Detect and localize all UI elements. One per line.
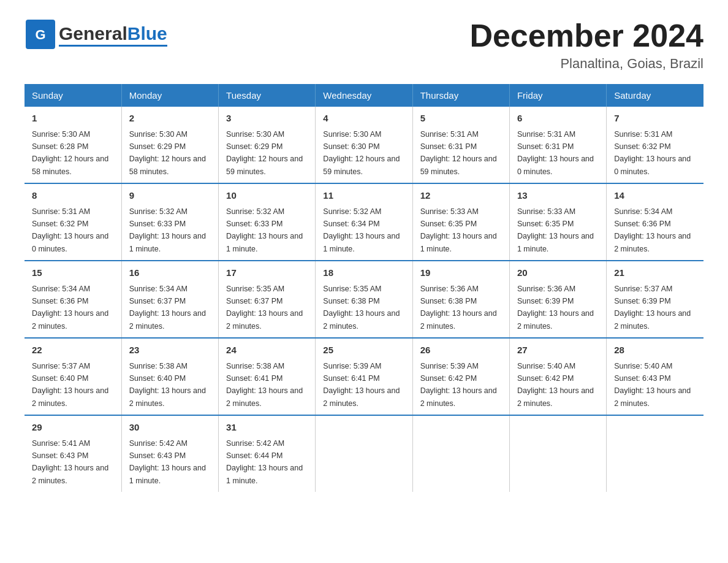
calendar-table: SundayMondayTuesdayWednesdayThursdayFrid…	[25, 84, 703, 492]
day-number: 4	[323, 112, 404, 126]
weekday-header: Saturday	[607, 84, 703, 107]
day-number: 23	[129, 343, 211, 358]
day-info: Sunrise: 5:34 AMSunset: 6:37 PMDaylight:…	[129, 285, 206, 331]
day-number: 16	[129, 266, 211, 280]
day-info: Sunrise: 5:38 AMSunset: 6:41 PMDaylight:…	[226, 362, 303, 408]
day-number: 29	[32, 421, 114, 435]
day-info: Sunrise: 5:33 AMSunset: 6:35 PMDaylight:…	[517, 207, 594, 253]
day-number: 6	[517, 112, 599, 126]
calendar-cell: 27Sunrise: 5:40 AMSunset: 6:42 PMDayligh…	[509, 338, 606, 415]
day-info: Sunrise: 5:40 AMSunset: 6:43 PMDaylight:…	[614, 362, 691, 408]
day-info: Sunrise: 5:42 AMSunset: 6:43 PMDaylight:…	[129, 439, 206, 485]
day-info: Sunrise: 5:35 AMSunset: 6:37 PMDaylight:…	[226, 285, 303, 331]
day-info: Sunrise: 5:39 AMSunset: 6:41 PMDaylight:…	[323, 362, 400, 408]
day-info: Sunrise: 5:37 AMSunset: 6:39 PMDaylight:…	[614, 285, 691, 331]
day-number: 18	[323, 266, 404, 280]
day-info: Sunrise: 5:38 AMSunset: 6:40 PMDaylight:…	[129, 362, 206, 408]
calendar-cell: 9Sunrise: 5:32 AMSunset: 6:33 PMDaylight…	[121, 183, 218, 261]
day-info: Sunrise: 5:31 AMSunset: 6:32 PMDaylight:…	[32, 207, 108, 253]
logo-text: GeneralBlue	[59, 25, 167, 43]
day-number: 1	[32, 112, 114, 126]
day-number: 31	[226, 421, 308, 435]
calendar-cell	[509, 415, 606, 492]
calendar-cell: 12Sunrise: 5:33 AMSunset: 6:35 PMDayligh…	[412, 183, 509, 261]
calendar-cell: 15Sunrise: 5:34 AMSunset: 6:36 PMDayligh…	[25, 261, 121, 338]
weekday-header: Tuesday	[219, 84, 316, 107]
calendar-cell: 26Sunrise: 5:39 AMSunset: 6:42 PMDayligh…	[412, 338, 509, 415]
calendar-cell: 1Sunrise: 5:30 AMSunset: 6:28 PMDaylight…	[25, 107, 121, 183]
calendar-cell: 28Sunrise: 5:40 AMSunset: 6:43 PMDayligh…	[607, 338, 703, 415]
day-number: 3	[226, 112, 308, 126]
page-header: G GeneralBlue December 2024 Planaltina, …	[25, 18, 703, 72]
day-info: Sunrise: 5:30 AMSunset: 6:28 PMDaylight:…	[32, 130, 108, 176]
day-info: Sunrise: 5:31 AMSunset: 6:31 PMDaylight:…	[517, 130, 594, 176]
calendar-week-row: 29Sunrise: 5:41 AMSunset: 6:43 PMDayligh…	[25, 415, 703, 492]
day-info: Sunrise: 5:32 AMSunset: 6:33 PMDaylight:…	[226, 207, 303, 253]
day-info: Sunrise: 5:41 AMSunset: 6:43 PMDaylight:…	[32, 439, 108, 485]
calendar-cell: 17Sunrise: 5:35 AMSunset: 6:37 PMDayligh…	[219, 261, 316, 338]
day-number: 26	[420, 343, 502, 358]
calendar-cell: 3Sunrise: 5:30 AMSunset: 6:29 PMDaylight…	[219, 107, 316, 183]
calendar-cell: 23Sunrise: 5:38 AMSunset: 6:40 PMDayligh…	[121, 338, 218, 415]
calendar-cell: 2Sunrise: 5:30 AMSunset: 6:29 PMDaylight…	[121, 107, 218, 183]
calendar-cell: 5Sunrise: 5:31 AMSunset: 6:31 PMDaylight…	[412, 107, 509, 183]
calendar-cell: 11Sunrise: 5:32 AMSunset: 6:34 PMDayligh…	[316, 183, 412, 261]
day-number: 19	[420, 266, 502, 280]
calendar-cell: 29Sunrise: 5:41 AMSunset: 6:43 PMDayligh…	[25, 415, 121, 492]
main-title: December 2024	[469, 18, 703, 53]
calendar-cell: 22Sunrise: 5:37 AMSunset: 6:40 PMDayligh…	[25, 338, 121, 415]
logo-full: G GeneralBlue	[25, 18, 167, 53]
day-info: Sunrise: 5:30 AMSunset: 6:29 PMDaylight:…	[129, 130, 206, 176]
day-number: 17	[226, 266, 308, 280]
day-number: 28	[614, 343, 696, 358]
weekday-header: Monday	[121, 84, 218, 107]
subtitle: Planaltina, Goias, Brazil	[469, 56, 703, 72]
calendar-cell: 25Sunrise: 5:39 AMSunset: 6:41 PMDayligh…	[316, 338, 412, 415]
day-info: Sunrise: 5:30 AMSunset: 6:29 PMDaylight:…	[226, 130, 303, 176]
calendar-cell: 19Sunrise: 5:36 AMSunset: 6:38 PMDayligh…	[412, 261, 509, 338]
calendar-cell: 7Sunrise: 5:31 AMSunset: 6:32 PMDaylight…	[607, 107, 703, 183]
calendar-header-row: SundayMondayTuesdayWednesdayThursdayFrid…	[25, 84, 703, 107]
day-number: 12	[420, 189, 502, 203]
day-info: Sunrise: 5:36 AMSunset: 6:39 PMDaylight:…	[517, 285, 594, 331]
day-info: Sunrise: 5:34 AMSunset: 6:36 PMDaylight:…	[32, 285, 108, 331]
day-number: 30	[129, 421, 211, 435]
day-info: Sunrise: 5:39 AMSunset: 6:42 PMDaylight:…	[420, 362, 497, 408]
svg-text:G: G	[35, 27, 45, 42]
day-info: Sunrise: 5:32 AMSunset: 6:33 PMDaylight:…	[129, 207, 206, 253]
calendar-cell: 14Sunrise: 5:34 AMSunset: 6:36 PMDayligh…	[607, 183, 703, 261]
day-info: Sunrise: 5:33 AMSunset: 6:35 PMDaylight:…	[420, 207, 497, 253]
calendar-cell: 6Sunrise: 5:31 AMSunset: 6:31 PMDaylight…	[509, 107, 606, 183]
calendar-cell	[316, 415, 412, 492]
calendar-cell: 30Sunrise: 5:42 AMSunset: 6:43 PMDayligh…	[121, 415, 218, 492]
calendar-cell: 8Sunrise: 5:31 AMSunset: 6:32 PMDaylight…	[25, 183, 121, 261]
day-info: Sunrise: 5:30 AMSunset: 6:30 PMDaylight:…	[323, 130, 400, 176]
day-number: 22	[32, 343, 114, 358]
weekday-header: Thursday	[412, 84, 509, 107]
day-info: Sunrise: 5:32 AMSunset: 6:34 PMDaylight:…	[323, 207, 400, 253]
logo: G GeneralBlue	[25, 18, 167, 53]
calendar-cell: 20Sunrise: 5:36 AMSunset: 6:39 PMDayligh…	[509, 261, 606, 338]
weekday-header: Friday	[509, 84, 606, 107]
day-number: 13	[517, 189, 599, 203]
day-info: Sunrise: 5:31 AMSunset: 6:31 PMDaylight:…	[420, 130, 497, 176]
calendar-cell: 24Sunrise: 5:38 AMSunset: 6:41 PMDayligh…	[219, 338, 316, 415]
calendar-week-row: 8Sunrise: 5:31 AMSunset: 6:32 PMDaylight…	[25, 183, 703, 261]
day-number: 21	[614, 266, 696, 280]
weekday-header: Sunday	[25, 84, 121, 107]
day-number: 27	[517, 343, 599, 358]
day-info: Sunrise: 5:34 AMSunset: 6:36 PMDaylight:…	[614, 207, 691, 253]
calendar-cell: 18Sunrise: 5:35 AMSunset: 6:38 PMDayligh…	[316, 261, 412, 338]
weekday-header: Wednesday	[316, 84, 412, 107]
logo-underline	[59, 45, 167, 47]
day-info: Sunrise: 5:42 AMSunset: 6:44 PMDaylight:…	[226, 439, 303, 485]
calendar-cell	[412, 415, 509, 492]
day-info: Sunrise: 5:31 AMSunset: 6:32 PMDaylight:…	[614, 130, 691, 176]
calendar-week-row: 1Sunrise: 5:30 AMSunset: 6:28 PMDaylight…	[25, 107, 703, 183]
day-number: 20	[517, 266, 599, 280]
day-info: Sunrise: 5:36 AMSunset: 6:38 PMDaylight:…	[420, 285, 497, 331]
calendar-cell: 16Sunrise: 5:34 AMSunset: 6:37 PMDayligh…	[121, 261, 218, 338]
day-number: 14	[614, 189, 696, 203]
title-section: December 2024 Planaltina, Goias, Brazil	[469, 18, 703, 72]
day-info: Sunrise: 5:35 AMSunset: 6:38 PMDaylight:…	[323, 285, 400, 331]
